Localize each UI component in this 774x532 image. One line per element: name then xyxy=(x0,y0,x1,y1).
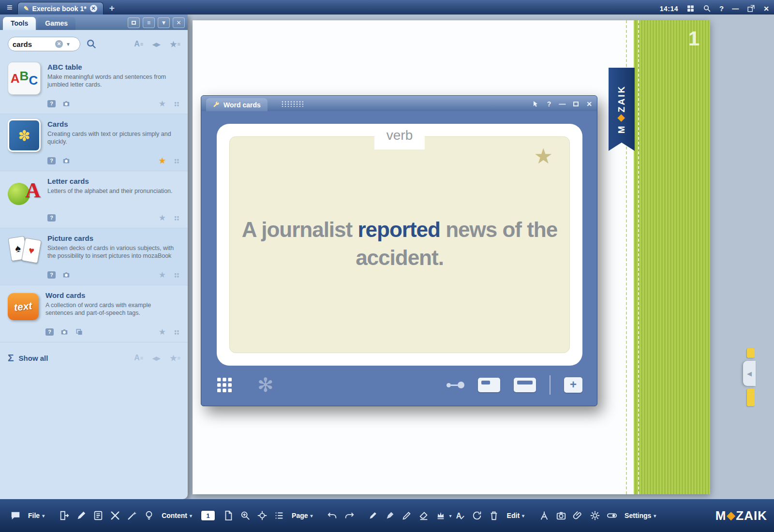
favorite-star-icon[interactable]: ★ xyxy=(159,99,166,109)
chevron-down-icon[interactable]: ▼ xyxy=(158,17,170,28)
tool-item-word-cards[interactable]: textWord cardsA collection of word cards… xyxy=(0,285,188,342)
favorite-star-icon[interactable]: ★ xyxy=(159,270,166,280)
stamp-icon[interactable] xyxy=(433,508,448,523)
help-icon[interactable]: ? xyxy=(47,100,56,107)
tool-item-letter-cards[interactable]: ALetter cardsLetters of the alphabet and… xyxy=(0,171,188,228)
attach-icon[interactable] xyxy=(570,508,585,523)
redo-icon[interactable] xyxy=(342,508,357,523)
pen-icon[interactable] xyxy=(366,508,381,523)
favorites-filter-icon[interactable]: ★≡ xyxy=(170,354,180,363)
mozaik-bookmark-ribbon[interactable]: M◆ZAIK xyxy=(609,68,635,151)
idea-icon[interactable] xyxy=(141,508,156,523)
word-cards-dialog[interactable]: Word cards ? — ✕ verb ★ A journalist rep… xyxy=(201,95,597,406)
eraser-icon[interactable] xyxy=(417,508,432,523)
camera-icon[interactable] xyxy=(62,271,71,279)
apps-grid-icon[interactable] xyxy=(686,4,695,13)
wand-icon[interactable] xyxy=(124,508,139,523)
help-icon[interactable]: ? xyxy=(45,328,54,336)
chevron-down-icon[interactable]: ▾ xyxy=(449,513,452,518)
drag-grid-icon[interactable] xyxy=(173,215,180,222)
close-window-icon[interactable]: ✕ xyxy=(763,5,769,13)
dialog-minimize-icon[interactable]: — xyxy=(559,100,566,108)
word-card[interactable]: verb ★ A journalist reported news of the… xyxy=(229,136,570,353)
detach-panel-icon[interactable] xyxy=(128,17,140,28)
drag-grip-icon[interactable] xyxy=(281,101,303,107)
card-favorite-star-icon[interactable]: ★ xyxy=(534,144,553,168)
pen-tool-icon[interactable] xyxy=(74,508,89,523)
search-icon[interactable] xyxy=(703,4,711,13)
text-tool-icon[interactable]: A xyxy=(453,508,468,523)
camera-icon[interactable] xyxy=(553,508,568,523)
position-icon[interactable] xyxy=(254,508,269,523)
tools-icon[interactable] xyxy=(107,508,122,523)
favorite-star-icon[interactable]: ★ xyxy=(159,156,166,166)
drag-grid-icon[interactable] xyxy=(173,329,180,336)
help-icon[interactable]: ? xyxy=(47,214,56,222)
delete-icon[interactable] xyxy=(487,508,502,523)
zoom-icon[interactable] xyxy=(238,508,253,523)
geometry-icon[interactable] xyxy=(536,508,551,523)
drag-grid-icon[interactable] xyxy=(173,272,180,279)
copy-icon[interactable] xyxy=(75,328,84,336)
drag-grid-icon[interactable] xyxy=(173,158,180,164)
card-size-toggle[interactable] xyxy=(447,382,464,388)
ornament-icon[interactable]: ✻ xyxy=(257,375,274,395)
rotate-icon[interactable] xyxy=(470,508,485,523)
search-box[interactable]: ✕ ▼ xyxy=(8,37,80,51)
toggle-icon[interactable] xyxy=(604,508,619,523)
gear-icon[interactable] xyxy=(587,508,602,523)
document-icon[interactable] xyxy=(221,508,236,523)
comment-icon[interactable] xyxy=(8,508,23,523)
search-history-chevron-icon[interactable]: ▼ xyxy=(66,42,71,47)
list-icon[interactable] xyxy=(271,508,286,523)
favorite-star-icon[interactable]: ★ xyxy=(159,213,166,223)
camera-icon[interactable] xyxy=(60,328,69,336)
help-icon[interactable]: ? xyxy=(47,271,56,279)
help-icon[interactable]: ? xyxy=(47,157,56,164)
edit-menu[interactable]: Edit▾ xyxy=(507,512,524,519)
part-of-speech-tag[interactable]: verb xyxy=(374,126,425,149)
tool-item-abc-table[interactable]: ABCABC tableMake meaningful words and se… xyxy=(0,57,188,114)
tab-tools[interactable]: Tools xyxy=(3,17,36,30)
clear-search-icon[interactable]: ✕ xyxy=(55,40,63,48)
highlighter-icon[interactable] xyxy=(383,508,398,523)
tool-item-cards[interactable]: ✽CardsCreating cards with text or pictur… xyxy=(0,114,188,171)
reorder-icon[interactable]: ◂▸ xyxy=(152,40,160,49)
pencil-icon[interactable] xyxy=(400,508,415,523)
drag-grid-icon[interactable] xyxy=(173,101,180,107)
run-search-icon[interactable] xyxy=(86,39,97,49)
deck-grid-icon[interactable] xyxy=(216,376,233,394)
sort-alphabetical-icon[interactable]: A≡ xyxy=(134,40,143,48)
exit-icon[interactable] xyxy=(57,508,72,523)
help-icon[interactable]: ? xyxy=(719,4,724,13)
show-all-button[interactable]: Show all xyxy=(19,354,48,362)
content-menu[interactable]: Content▾ xyxy=(162,512,192,519)
dialog-close-icon[interactable]: ✕ xyxy=(586,100,592,108)
search-input[interactable] xyxy=(13,40,52,48)
file-menu[interactable]: File▾ xyxy=(28,512,45,519)
dialog-tab[interactable]: Word cards xyxy=(206,98,268,111)
document-tab[interactable]: ✎ Exercise book 1* ✕ xyxy=(17,2,104,15)
undo-icon[interactable] xyxy=(325,508,340,523)
bookmark-tab-top[interactable] xyxy=(747,348,755,358)
settings-menu[interactable]: Settings▾ xyxy=(625,512,656,519)
card-layout-two-icon[interactable] xyxy=(514,378,536,392)
new-window-icon[interactable] xyxy=(747,4,755,13)
tab-games[interactable]: Games xyxy=(37,17,75,30)
favorites-filter-icon[interactable]: ★≡ xyxy=(170,40,180,49)
page-number-input[interactable]: 1 xyxy=(201,510,215,521)
reorder-icon[interactable]: ◂▸ xyxy=(152,354,160,363)
sort-alphabetical-icon[interactable]: A≡ xyxy=(134,354,143,362)
close-panel-icon[interactable]: ✕ xyxy=(173,17,185,28)
minimize-window-icon[interactable]: — xyxy=(732,5,739,13)
dialog-maximize-icon[interactable] xyxy=(573,102,579,106)
new-tab-button[interactable]: + xyxy=(109,3,115,14)
pointer-tool-icon[interactable] xyxy=(532,100,539,108)
notes-icon[interactable] xyxy=(90,508,105,523)
add-card-button[interactable]: + xyxy=(564,377,582,393)
dialog-title-bar[interactable]: Word cards ? — ✕ xyxy=(201,96,597,111)
panel-list-icon[interactable]: ≡ xyxy=(143,17,155,28)
main-menu-icon[interactable]: ≡ xyxy=(7,2,13,13)
close-document-icon[interactable]: ✕ xyxy=(90,5,97,12)
tool-item-picture-cards[interactable]: ♠♥Picture cardsSixteen decks of cards in… xyxy=(0,228,188,285)
